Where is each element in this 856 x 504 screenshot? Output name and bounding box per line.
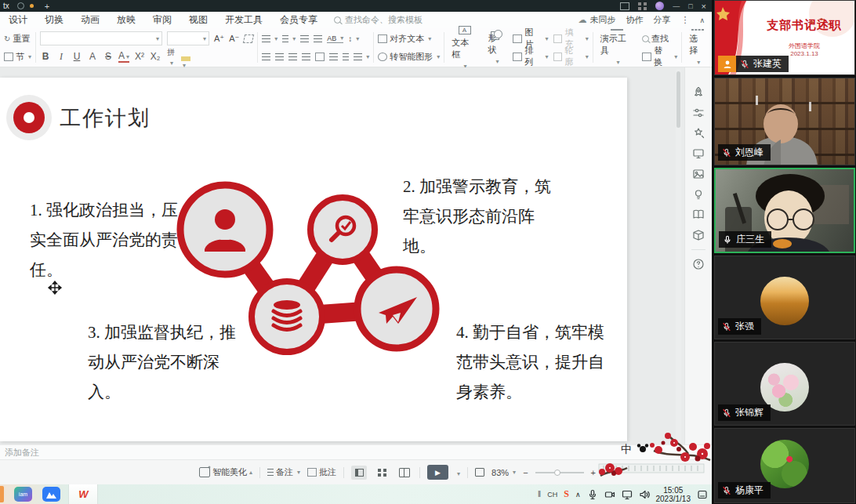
beautify-rocket-icon[interactable] [692, 86, 705, 99]
reset-button[interactable]: ↻重置 [4, 33, 30, 45]
zoom-level[interactable]: 83% [491, 468, 516, 477]
tray-mic-icon[interactable] [587, 489, 598, 500]
maximize-button[interactable]: □ [688, 2, 692, 10]
slideshow-play-button[interactable]: ▶ [427, 465, 448, 480]
tab-member[interactable]: 会员专享 [271, 13, 326, 27]
pinyin-guide-button[interactable]: 拼 [165, 47, 176, 67]
comments-button[interactable]: 批注 [307, 466, 336, 478]
slide[interactable]: 工作计划 1. 强化政治担当，压实全面从严治党的责任。 2. 加强警示教育，筑牢… [0, 78, 627, 441]
line-options-icon[interactable] [354, 53, 369, 60]
bold-button[interactable]: B [40, 51, 51, 62]
participant-tile[interactable]: 杨康平 [714, 428, 855, 503]
justify-icon[interactable] [302, 53, 310, 60]
align-text-button[interactable]: 对齐文本 [378, 33, 431, 45]
meeting-app-icon[interactable] [42, 487, 60, 502]
magic-wand-icon[interactable] [692, 127, 705, 140]
text-direction-button[interactable]: AB [327, 34, 343, 43]
tray-camera-icon[interactable] [604, 489, 615, 500]
smart-beautify-button[interactable]: 智能美化▴ [199, 466, 252, 478]
tab-review[interactable]: 审阅 [144, 13, 180, 27]
distribute-icon[interactable] [315, 53, 325, 61]
participant-tile[interactable]: 刘恩峰 [714, 78, 855, 165]
tray-expand-icon[interactable]: ∧ [575, 491, 581, 499]
document-tab[interactable]: tx [0, 2, 9, 10]
command-search[interactable]: 查找命令、搜索模板 [334, 14, 423, 26]
notes-toggle-button[interactable]: 备注 [267, 466, 300, 478]
align-left-icon[interactable] [262, 53, 270, 60]
collapse-ribbon-icon[interactable]: ∧ [699, 16, 705, 24]
account-avatar[interactable] [655, 2, 664, 10]
tab-transition[interactable]: 切换 [36, 13, 72, 27]
play-options-caret[interactable] [455, 468, 460, 477]
align-right-icon[interactable] [288, 53, 297, 60]
grow-font-button[interactable]: A⁺ [214, 34, 224, 44]
strike-button[interactable]: S [103, 51, 114, 62]
taskbar-clock[interactable]: 15:052023/1/13 [656, 486, 691, 503]
paragraph-spacing-icon[interactable] [343, 53, 349, 60]
idea-bulb-icon[interactable] [692, 188, 705, 201]
more-menu-icon[interactable]: ⋮ [680, 15, 689, 25]
italic-button[interactable]: I [56, 51, 67, 63]
section-button[interactable]: 节 [4, 51, 31, 63]
slide-point-2[interactable]: 2. 加强警示教育，筑牢意识形态前沿阵地。 [403, 172, 557, 261]
tab-animation[interactable]: 动画 [72, 13, 108, 27]
slide-title[interactable]: 工作计划 [60, 104, 151, 132]
slide-sorter-view-button[interactable] [374, 466, 390, 480]
wps-taskbar-button[interactable]: W [68, 484, 98, 504]
increase-indent-icon[interactable] [314, 35, 322, 42]
tray-speaker-icon[interactable] [639, 489, 650, 500]
slide-point-3[interactable]: 3. 加强监督执纪，推动从严治党不断深入。 [88, 317, 241, 407]
screen-share-tile[interactable]: 支部书记述职 外国语学院 2023.1.13 张建英 [714, 0, 855, 75]
zoom-out-button[interactable]: − [523, 468, 528, 477]
workspace-grid-icon[interactable] [638, 2, 647, 10]
tab-design[interactable]: 设计 [0, 13, 36, 27]
reading-view-button[interactable] [397, 466, 412, 480]
fill-button[interactable]: 填充 [553, 31, 589, 46]
find-button[interactable]: 查找 [642, 31, 669, 46]
zoom-in-button[interactable]: + [591, 468, 596, 477]
subscript-button[interactable]: X₂ [150, 51, 161, 62]
replace-button[interactable]: 替换 [642, 49, 677, 64]
shrink-font-button[interactable]: A⁻ [229, 34, 239, 44]
highlight-button[interactable] [181, 56, 190, 61]
superscript-button[interactable]: X² [134, 51, 145, 62]
slide-point-1[interactable]: 1. 强化政治担当，压实全面从严治党的责任。 [30, 195, 183, 285]
ime-indicator[interactable]: CH [547, 491, 557, 499]
font-family-select[interactable] [40, 31, 162, 45]
font-color-button[interactable]: A [118, 50, 129, 63]
underline-button[interactable]: U [71, 51, 82, 62]
zoom-slider[interactable] [535, 472, 584, 473]
image-library-icon[interactable] [692, 168, 705, 180]
pinned-app-partial-icon[interactable] [0, 486, 4, 502]
arrange-button[interactable]: 排列 [513, 49, 548, 64]
tray-display-icon[interactable] [622, 489, 633, 500]
bullet-list-button[interactable] [262, 35, 277, 42]
resource-box-icon[interactable] [692, 229, 705, 241]
picture-button[interactable]: 图片 [513, 31, 548, 46]
collaborate-button[interactable]: 协作 [626, 14, 643, 26]
action-center-icon[interactable] [697, 489, 708, 500]
sogou-ime-icon[interactable]: S [564, 488, 569, 500]
iam-app-icon[interactable]: iam [14, 487, 32, 502]
help-icon[interactable] [692, 258, 705, 270]
select-button[interactable]: 选择 [684, 31, 712, 64]
fit-slide-icon[interactable] [475, 468, 484, 477]
align-center-icon[interactable] [275, 53, 284, 60]
shape-button[interactable]: 形状 [483, 31, 511, 64]
outline-button[interactable]: 轮廓 [553, 49, 589, 64]
canvas-scrollbar[interactable] [676, 69, 681, 443]
sync-status[interactable]: 未同步 [589, 14, 615, 26]
split-window-icon[interactable] [620, 2, 629, 10]
close-button[interactable]: × [702, 2, 706, 11]
slide-point-4[interactable]: 4. 勤于自省，筑牢模范带头意识，提升自身素养。 [456, 317, 615, 407]
clear-format-icon[interactable] [243, 34, 254, 43]
font-size-select[interactable] [167, 31, 209, 45]
participant-tile-speaking[interactable]: 庄三生 [714, 168, 855, 253]
textbox-button[interactable]: A 文本框 [446, 31, 482, 64]
normal-view-button[interactable] [351, 466, 367, 480]
char-effect-button[interactable]: A [87, 51, 98, 62]
participant-tile[interactable]: 张强 [714, 256, 855, 339]
decrease-indent-icon[interactable] [300, 35, 309, 42]
sort-text-icon[interactable]: ↕ [348, 34, 359, 43]
tab-view[interactable]: 视图 [180, 13, 216, 27]
